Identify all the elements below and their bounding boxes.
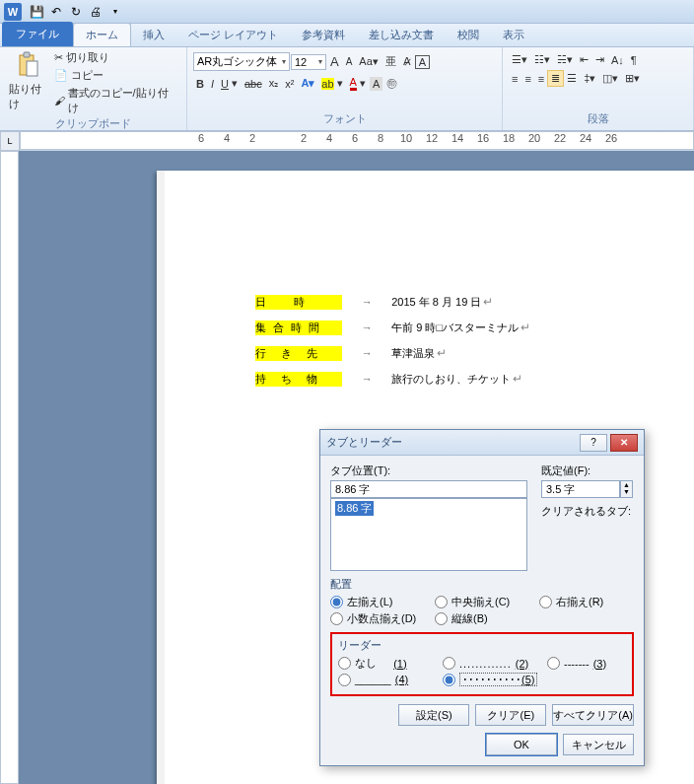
bullets-button[interactable]: ☰▾ bbox=[509, 52, 530, 67]
list-item[interactable]: 8.86 字 bbox=[335, 501, 374, 516]
tab-references[interactable]: 参考資料 bbox=[290, 24, 357, 46]
doc-line[interactable]: 集 合 時 間→午前 9 時□バスターミナル↵ bbox=[255, 315, 595, 340]
clear-format-button[interactable]: A̷ bbox=[400, 54, 414, 69]
tabpos-label: タブ位置(T): bbox=[330, 463, 527, 478]
highlight-button[interactable]: ab▾ bbox=[318, 76, 345, 91]
radio-align-center[interactable]: 中央揃え(C) bbox=[435, 595, 533, 609]
multilevel-button[interactable]: ☵▾ bbox=[554, 52, 576, 67]
sort-button[interactable]: A↓ bbox=[608, 53, 627, 67]
cut-button[interactable]: ✂切り取り bbox=[51, 49, 180, 66]
default-input[interactable] bbox=[541, 480, 620, 498]
set-button[interactable]: 設定(S) bbox=[398, 704, 469, 726]
radio-leader-5[interactable]: ･･････････(5) bbox=[443, 673, 541, 686]
undo-icon[interactable]: ↶ bbox=[47, 3, 65, 21]
spinner-up-icon[interactable]: ▲ bbox=[621, 481, 632, 488]
tab-file[interactable]: ファイル bbox=[2, 22, 73, 46]
char-border-button[interactable]: A bbox=[415, 55, 430, 69]
radio-align-decimal[interactable]: 小数点揃え(D) bbox=[330, 611, 429, 626]
doc-line[interactable]: 行 き 先→草津温泉↵ bbox=[255, 340, 595, 366]
tab-review[interactable]: 校閲 bbox=[446, 24, 491, 46]
align-center-button[interactable]: ≡ bbox=[521, 72, 533, 86]
radio-leader-3[interactable]: -------(3) bbox=[547, 656, 646, 671]
align-right-button[interactable]: ≡ bbox=[535, 72, 547, 86]
numbering-button[interactable]: ☷▾ bbox=[531, 52, 553, 67]
tab-home[interactable]: ホーム bbox=[73, 23, 131, 46]
cleared-label: クリアされるタブ: bbox=[541, 504, 633, 519]
font-color-button[interactable]: A▾ bbox=[347, 75, 369, 92]
dec-indent-button[interactable]: ⇤ bbox=[577, 52, 591, 67]
tab-selector[interactable]: L bbox=[0, 131, 20, 151]
font-name-combo[interactable]: AR丸ゴシック体▾ bbox=[193, 52, 290, 71]
tab-layout[interactable]: ページ レイアウト bbox=[176, 24, 290, 46]
group-font: AR丸ゴシック体▾ 12▾ A A Aa▾ 亜 A̷ A B I U▾ abc … bbox=[187, 47, 503, 130]
tab-arrow-icon: → bbox=[342, 347, 391, 359]
phonetic-button[interactable]: 亜 bbox=[382, 53, 399, 70]
doc-line[interactable]: 持 ち 物→旅行のしおり、チケット↵ bbox=[255, 366, 595, 392]
dialog-titlebar[interactable]: タブとリーダー ? ✕ bbox=[320, 430, 644, 456]
superscript-button[interactable]: x² bbox=[282, 77, 297, 91]
strike-button[interactable]: abc bbox=[242, 77, 265, 91]
grow-font-button[interactable]: A bbox=[327, 53, 342, 70]
chevron-down-icon: ▾ bbox=[318, 57, 322, 66]
tabpos-input[interactable] bbox=[330, 480, 527, 498]
italic-button[interactable]: I bbox=[208, 77, 217, 91]
horizontal-ruler[interactable]: 6422468101214161820222426 bbox=[20, 131, 694, 150]
vertical-ruler[interactable] bbox=[0, 151, 19, 784]
radio-align-right[interactable]: 右揃え(R) bbox=[539, 595, 638, 609]
help-button[interactable]: ? bbox=[580, 434, 607, 452]
char-shading-button[interactable]: A bbox=[370, 77, 382, 91]
leader-legend: リーダー bbox=[338, 638, 626, 653]
radio-leader-2[interactable]: .............(2) bbox=[443, 656, 541, 671]
print-icon[interactable]: 🖨 bbox=[87, 3, 104, 21]
copy-icon: 📄 bbox=[54, 69, 68, 82]
paste-button[interactable]: 貼り付け bbox=[6, 49, 49, 112]
brush-icon: 🖌 bbox=[54, 95, 65, 107]
shading-button[interactable]: ◫▾ bbox=[599, 71, 621, 86]
text-effects-button[interactable]: A▾ bbox=[298, 76, 317, 91]
font-size-combo[interactable]: 12▾ bbox=[291, 54, 326, 70]
radio-align-left[interactable]: 左揃え(L) bbox=[330, 595, 429, 609]
svg-rect-2 bbox=[27, 61, 37, 76]
distributed-button[interactable]: ☰ bbox=[564, 71, 580, 86]
line-value: 午前 9 時□バスターミナル bbox=[391, 321, 519, 335]
tabpos-list[interactable]: 8.86 字 bbox=[330, 498, 527, 571]
shrink-font-button[interactable]: A bbox=[343, 55, 356, 68]
leader-group: リーダー なし (1) .............(2) -------(3) … bbox=[330, 632, 634, 696]
align-left-button[interactable]: ≡ bbox=[509, 72, 520, 86]
radio-leader-none[interactable]: なし (1) bbox=[338, 656, 437, 671]
doc-line[interactable]: 日 時→2015 年 8 月 19 日↵ bbox=[255, 289, 595, 315]
radio-align-bar[interactable]: 縦線(B) bbox=[435, 611, 533, 626]
line-label: 日 時 bbox=[255, 295, 342, 310]
subscript-button[interactable]: x₂ bbox=[266, 76, 282, 91]
change-case-button[interactable]: Aa▾ bbox=[356, 54, 381, 69]
bold-button[interactable]: B bbox=[193, 77, 207, 91]
format-painter-button[interactable]: 🖌書式のコピー/貼り付け bbox=[51, 85, 180, 116]
spinner-down-icon[interactable]: ▼ bbox=[621, 488, 632, 495]
enclose-char-button[interactable]: ㊞ bbox=[383, 75, 400, 92]
line-value: 旅行のしおり、チケット bbox=[391, 372, 511, 387]
close-button[interactable]: ✕ bbox=[610, 434, 638, 452]
borders-button[interactable]: ⊞▾ bbox=[622, 71, 643, 86]
clear-button[interactable]: クリア(E) bbox=[475, 704, 546, 726]
line-label: 行 き 先 bbox=[255, 346, 342, 361]
copy-button[interactable]: 📄コピー bbox=[51, 67, 180, 84]
paste-label: 貼り付け bbox=[9, 82, 46, 111]
tab-insert[interactable]: 挿入 bbox=[131, 24, 176, 46]
radio-leader-4[interactable]: ______(4) bbox=[338, 673, 437, 686]
line-spacing-button[interactable]: ‡▾ bbox=[581, 71, 598, 86]
tab-arrow-icon: → bbox=[342, 373, 391, 385]
clear-all-button[interactable]: すべてクリア(A) bbox=[552, 704, 634, 726]
save-icon[interactable]: 💾 bbox=[28, 3, 45, 21]
redo-icon[interactable]: ↻ bbox=[67, 3, 85, 21]
justify-button[interactable]: ≣ bbox=[548, 71, 563, 86]
ok-button[interactable]: OK bbox=[486, 734, 557, 755]
tab-view[interactable]: 表示 bbox=[491, 24, 536, 46]
show-marks-button[interactable]: ¶ bbox=[628, 53, 640, 67]
inc-indent-button[interactable]: ⇥ bbox=[592, 52, 607, 67]
paragraph-mark-icon: ↵ bbox=[513, 372, 522, 386]
customize-qat-icon[interactable]: ▾ bbox=[106, 3, 124, 21]
cancel-button[interactable]: キャンセル bbox=[563, 734, 634, 755]
paragraph-mark-icon: ↵ bbox=[520, 321, 530, 334]
tab-mailings[interactable]: 差し込み文書 bbox=[357, 24, 446, 46]
underline-button[interactable]: U▾ bbox=[218, 76, 241, 91]
